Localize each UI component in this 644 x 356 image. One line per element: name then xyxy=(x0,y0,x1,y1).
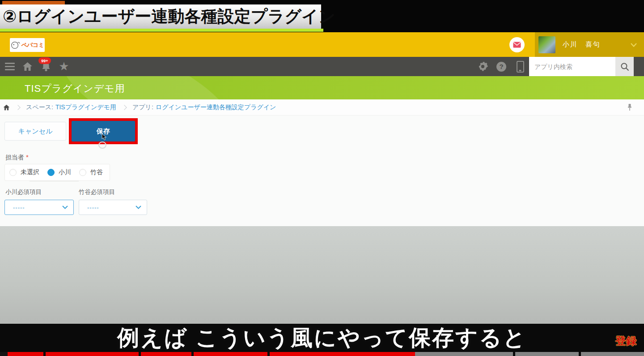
breadcrumb-space-prefix: スペース: xyxy=(26,103,53,112)
search-input[interactable] xyxy=(529,57,615,76)
app-header: ペパコミ 小川 喜句 xyxy=(0,32,644,57)
logo-text: ペパコミ xyxy=(21,41,44,49)
top-strip: ②ログインユーザー連動各種設定プラグイン xyxy=(0,0,644,32)
cursor-icon xyxy=(101,133,107,141)
radio-circle-icon[interactable] xyxy=(79,169,86,176)
notification-badge: 99+ xyxy=(38,57,51,64)
banner-green-underline xyxy=(0,29,323,32)
radio-option-ogawa[interactable]: 小川 xyxy=(47,168,71,176)
takeya-required-field-label: 竹谷必須項目 xyxy=(79,188,115,196)
click-ripple xyxy=(98,142,106,149)
breadcrumb-space-link[interactable]: TISプラグインデモ用 xyxy=(55,103,116,112)
record-edit-area: キャンセル 保存 担当者* 未選択 小川 竹谷 xyxy=(0,116,644,226)
logo-mouse-icon xyxy=(10,40,20,50)
radio-option-takeya[interactable]: 竹谷 xyxy=(79,168,103,176)
breadcrumb-home-icon[interactable] xyxy=(3,104,10,111)
save-highlight-annotation: 保存 xyxy=(69,118,138,144)
mobile-device-icon[interactable] xyxy=(513,57,527,76)
radio-circle-icon[interactable] xyxy=(47,169,55,176)
home-icon[interactable] xyxy=(21,57,34,76)
search-button[interactable] xyxy=(615,57,634,76)
breadcrumb-separator-icon xyxy=(122,105,127,110)
video-title-text: ②ログインユーザー連動各種設定プラグイン xyxy=(3,5,335,28)
ogawa-required-field-label: 小川必須項目 xyxy=(5,188,42,196)
user-menu[interactable]: 小川 喜句 xyxy=(535,32,644,57)
chevron-down-icon xyxy=(136,206,141,209)
chapter-mark xyxy=(43,352,46,356)
banner-orange-bar xyxy=(2,1,65,4)
space-title: TISプラグインデモ用 xyxy=(25,82,125,95)
required-mark: * xyxy=(26,153,29,161)
assignee-field-label: 担当者* xyxy=(5,153,29,162)
video-caption: 例えば こういう風にやって保存すると xyxy=(0,324,644,352)
video-progress-bar[interactable] xyxy=(0,352,644,356)
space-cover: TISプラグインデモ用 xyxy=(0,76,644,99)
favorites-star-icon[interactable]: ★ xyxy=(57,57,71,76)
user-name: 小川 喜句 xyxy=(563,40,601,49)
takeya-required-select[interactable]: ----- xyxy=(79,200,147,215)
help-icon[interactable]: ? xyxy=(495,57,508,76)
group-divider xyxy=(30,181,79,181)
chevron-down-icon xyxy=(631,43,637,47)
assignee-radio-group: 未選択 小川 竹谷 xyxy=(4,164,110,181)
chapter-mark xyxy=(267,352,270,356)
breadcrumb-app-link[interactable]: ログインユーザー連動各種設定プラグイン xyxy=(156,103,276,112)
progress-unplayed xyxy=(415,352,644,356)
global-toolbar: 99+ ★ ? xyxy=(0,57,644,76)
chapter-mark xyxy=(579,352,581,356)
page-backdrop xyxy=(0,226,644,324)
video-frame: ②ログインユーザー連動各種設定プラグイン ペパコミ 小川 喜句 xyxy=(0,0,644,356)
company-logo[interactable]: ペパコミ xyxy=(10,38,45,52)
subscribe-label[interactable]: 登録 xyxy=(615,334,637,348)
breadcrumb-app-prefix: アプリ: xyxy=(132,103,153,112)
breadcrumb-separator-icon xyxy=(15,105,20,110)
video-title-banner: ②ログインユーザー連動各種設定プラグイン xyxy=(0,4,321,29)
pin-icon[interactable] xyxy=(627,103,632,112)
breadcrumb: スペース: TISプラグインデモ用 アプリ: ログインユーザー連動各種設定プラグ… xyxy=(0,99,644,116)
envelope-icon xyxy=(513,42,521,48)
cancel-button[interactable]: キャンセル xyxy=(4,122,66,141)
avatar xyxy=(538,36,555,53)
search-icon xyxy=(620,62,629,71)
chapter-mark xyxy=(513,352,515,356)
progress-played xyxy=(8,352,415,356)
ogawa-required-select[interactable]: ----- xyxy=(4,200,74,215)
mail-button[interactable] xyxy=(509,37,525,52)
radio-option-unselected[interactable]: 未選択 xyxy=(9,168,39,176)
hamburger-menu-icon[interactable] xyxy=(4,57,16,76)
chevron-down-icon xyxy=(62,206,68,209)
chapter-mark xyxy=(139,352,141,356)
chapter-mark xyxy=(191,352,194,356)
settings-gear-icon[interactable] xyxy=(476,57,489,76)
radio-circle-icon[interactable] xyxy=(9,169,17,176)
